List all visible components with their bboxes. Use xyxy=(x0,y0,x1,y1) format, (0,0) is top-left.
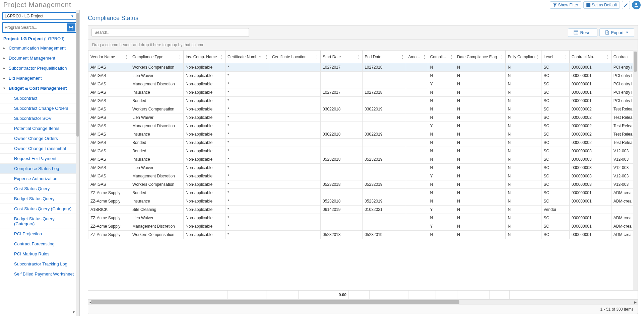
column-menu-icon[interactable]: ⋮ xyxy=(315,55,319,59)
project-select-value: LGPROJ - LG Project xyxy=(5,14,43,18)
table-row[interactable]: AMIGASInsuranceNon-applicable*0523201805… xyxy=(88,155,638,164)
column-menu-icon[interactable]: ⋮ xyxy=(125,55,129,59)
export-button[interactable]: Export ▼ xyxy=(599,28,635,37)
footer-cell xyxy=(457,291,490,299)
table-row[interactable]: AMIGASWorkers CompensationNon-applicable… xyxy=(88,105,638,113)
show-filter-button[interactable]: Show Filter xyxy=(550,1,581,9)
table-cell xyxy=(363,164,406,172)
table-cell: 000000001 xyxy=(569,72,611,80)
column-menu-icon[interactable]: ⋮ xyxy=(178,55,182,59)
set-default-button[interactable]: Set as Default xyxy=(583,1,620,9)
grid-search-input[interactable] xyxy=(91,28,249,37)
sidebar-subitem-0[interactable]: Subcontract xyxy=(0,93,79,103)
table-row[interactable]: AMIGASWorkers CompensationNon-applicable… xyxy=(88,180,638,189)
sidebar-subitem-1[interactable]: Subcontract Change Orders xyxy=(0,103,79,113)
sidebar-subitem-6[interactable]: Request For Payment xyxy=(0,154,79,164)
table-row[interactable]: A1BRICKSite CleaningNon-applicable*06142… xyxy=(88,206,638,214)
column-header-12[interactable]: Contract No.⋮ xyxy=(569,51,611,63)
table-row[interactable]: ZZ-Acme SupplyLien WaiverNon-applicable*… xyxy=(88,214,638,222)
grid-vertical-scrollbar-thumb[interactable] xyxy=(634,52,637,72)
sidebar-subitem-8[interactable]: Expense Authorization xyxy=(0,174,79,184)
sidebar-scrollbar[interactable] xyxy=(76,10,79,316)
column-menu-icon[interactable]: ⋮ xyxy=(357,55,361,59)
table-row[interactable]: AMIGASManagement DiscretionNon-applicabl… xyxy=(88,122,638,130)
search-settings-button[interactable] xyxy=(67,23,75,31)
column-menu-icon[interactable]: ⋮ xyxy=(606,55,610,59)
sidebar-subitem-14[interactable]: Contract Forecasting xyxy=(0,239,79,249)
table-row[interactable]: AMIGASBondedNon-applicable*NNNSC00000000… xyxy=(88,147,638,155)
table-row[interactable]: AMIGASBondedNon-applicable*NNNSC00000000… xyxy=(88,139,638,147)
table-row[interactable]: ZZ-Acme SupplyBondedNon-applicable*NNNSC… xyxy=(88,189,638,197)
table-row[interactable]: AMIGASInsuranceNon-applicable*1027201710… xyxy=(88,88,638,97)
column-header-4[interactable]: Certificate Location⋮ xyxy=(270,51,320,63)
column-header-1[interactable]: Compliance Type⋮ xyxy=(130,51,184,63)
sidebar-item-2[interactable]: Subcontractor Prequalification xyxy=(0,63,79,73)
column-header-9[interactable]: Date Compliance Flag⋮ xyxy=(455,51,506,63)
table-row[interactable]: AMIGASManagement DiscretionNon-applicabl… xyxy=(88,172,638,180)
group-by-bar[interactable]: Drag a column header and drop it here to… xyxy=(88,40,638,50)
sidebar-subitem-10[interactable]: Budget Status Query xyxy=(0,194,79,204)
column-menu-icon[interactable]: ⋮ xyxy=(264,55,268,59)
grid-vertical-scrollbar[interactable] xyxy=(633,50,638,290)
program-search-input[interactable] xyxy=(3,23,65,31)
sidebar-subitem-16[interactable]: Subcontractor Tracking Log xyxy=(0,259,79,269)
edit-button[interactable] xyxy=(622,1,630,9)
sidebar-item-3[interactable]: Bid Management xyxy=(0,73,79,83)
sidebar-subitem-11[interactable]: Cost Status Query (Category) xyxy=(0,204,79,214)
sidebar-subitem-5[interactable]: Owner Change Transmittal xyxy=(0,144,79,154)
column-header-5[interactable]: Start Date⋮ xyxy=(321,51,363,63)
table-row[interactable]: ZZ-Acme SupplyWorkers CompensationNon-ap… xyxy=(88,231,638,239)
table-row[interactable]: AMIGASManagement DiscretionNon-applicabl… xyxy=(88,80,638,88)
scroll-right-icon[interactable]: ▶ xyxy=(633,300,638,304)
table-cell: AMIGAS xyxy=(88,63,130,72)
table-row[interactable]: AMIGASLien WaiverNon-applicable*NNNSC000… xyxy=(88,72,638,80)
column-menu-icon[interactable]: ⋮ xyxy=(423,55,427,59)
table-cell: Workers Compensation xyxy=(130,105,184,113)
table-row[interactable]: AMIGASLien WaiverNon-applicable*NNNSC000… xyxy=(88,113,638,122)
column-header-6[interactable]: End Date⋮ xyxy=(363,51,406,63)
sidebar-more-indicator-icon: ▼ xyxy=(72,310,75,314)
column-menu-icon[interactable]: ⋮ xyxy=(449,55,453,59)
sidebar-subitem-12[interactable]: Budget Status Query (Category) xyxy=(0,214,79,229)
table-row[interactable]: AMIGASBondedNon-applicable*NNNSC00000000… xyxy=(88,97,638,105)
sidebar-subitem-9[interactable]: Cost Status Query xyxy=(0,184,79,194)
table-cell: Management Discretion xyxy=(130,80,184,88)
sidebar-subitem-17[interactable]: Self Billed Payment Worksheet xyxy=(0,269,79,279)
table-row[interactable]: AMIGASInsuranceNon-applicable*0302201803… xyxy=(88,130,638,139)
table-row[interactable]: AMIGASWorkers CompensationNon-applicable… xyxy=(88,63,638,72)
column-header-10[interactable]: Fully Compliant⋮ xyxy=(506,51,541,63)
sidebar-subitem-13[interactable]: PCI Projection xyxy=(0,229,79,239)
table-cell: N xyxy=(506,231,541,239)
column-header-7[interactable]: Amo...⋮ xyxy=(406,51,428,63)
table-row[interactable]: ZZ-Acme SupplyManagement DiscretionNon-a… xyxy=(88,222,638,231)
table-cell xyxy=(406,72,428,80)
user-menu-button[interactable] xyxy=(632,1,641,9)
sidebar-subitem-15[interactable]: PCI Markup Rules xyxy=(0,249,79,259)
sidebar-item-4[interactable]: Budget & Cost Management xyxy=(0,83,79,93)
column-menu-icon[interactable]: ⋮ xyxy=(500,55,504,59)
grid-horizontal-scrollbar-thumb[interactable] xyxy=(91,300,459,304)
column-header-2[interactable]: Ins. Comp. Name⋮ xyxy=(184,51,226,63)
column-menu-icon[interactable]: ⋮ xyxy=(536,55,540,59)
grid-horizontal-scrollbar[interactable]: ◀ ▶ xyxy=(88,299,638,305)
reset-button[interactable]: Reset xyxy=(568,28,597,37)
column-menu-icon[interactable]: ⋮ xyxy=(220,55,224,59)
sidebar-item-label: Subcontractor Prequalification xyxy=(9,66,67,71)
sidebar-subitem-2[interactable]: Subcontractor SOV xyxy=(0,113,79,124)
column-header-11[interactable]: Level⋮ xyxy=(541,51,569,63)
column-header-8[interactable]: Compli...⋮ xyxy=(428,51,455,63)
sidebar-subitem-7[interactable]: Compliance Status Log xyxy=(0,164,79,174)
table-row[interactable]: AMIGASLien WaiverNon-applicable*NNNSC000… xyxy=(88,164,638,172)
sidebar-scrollbar-thumb[interactable] xyxy=(76,13,79,137)
sidebar-subitem-4[interactable]: Owner Change Orders xyxy=(0,134,79,144)
sidebar-item-0[interactable]: Communication Management xyxy=(0,43,79,53)
column-menu-icon[interactable]: ⋮ xyxy=(400,55,404,59)
column-menu-icon[interactable]: ⋮ xyxy=(564,55,568,59)
column-header-3[interactable]: Certificate Number⋮ xyxy=(226,51,270,63)
sidebar-item-1[interactable]: Document Management xyxy=(0,53,79,63)
sidebar-subitem-3[interactable]: Potential Change Items xyxy=(0,124,79,134)
project-select[interactable]: LGPROJ - LG Project ▼ xyxy=(2,12,77,20)
table-cell xyxy=(406,155,428,164)
table-row[interactable]: ZZ-Acme SupplyInsuranceNon-applicable*05… xyxy=(88,197,638,206)
column-header-0[interactable]: Vendor Name⋮ xyxy=(88,51,130,63)
